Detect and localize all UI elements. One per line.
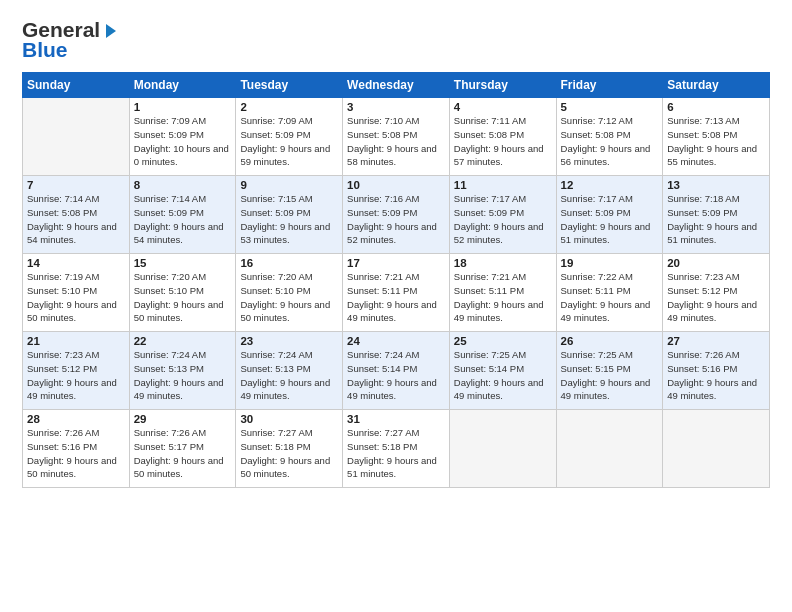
day-number: 31 (347, 413, 445, 425)
weekday-header-thursday: Thursday (449, 73, 556, 98)
day-number: 13 (667, 179, 765, 191)
day-number: 9 (240, 179, 338, 191)
day-info: Sunrise: 7:22 AMSunset: 5:11 PMDaylight:… (561, 270, 659, 325)
calendar-cell: 12Sunrise: 7:17 AMSunset: 5:09 PMDayligh… (556, 176, 663, 254)
calendar-cell: 2Sunrise: 7:09 AMSunset: 5:09 PMDaylight… (236, 98, 343, 176)
day-info: Sunrise: 7:23 AMSunset: 5:12 PMDaylight:… (667, 270, 765, 325)
day-number: 12 (561, 179, 659, 191)
weekday-header-friday: Friday (556, 73, 663, 98)
calendar-week-row: 1Sunrise: 7:09 AMSunset: 5:09 PMDaylight… (23, 98, 770, 176)
weekday-header-sunday: Sunday (23, 73, 130, 98)
day-number: 14 (27, 257, 125, 269)
day-info: Sunrise: 7:21 AMSunset: 5:11 PMDaylight:… (454, 270, 552, 325)
weekday-header-saturday: Saturday (663, 73, 770, 98)
calendar-cell: 4Sunrise: 7:11 AMSunset: 5:08 PMDaylight… (449, 98, 556, 176)
calendar-cell: 5Sunrise: 7:12 AMSunset: 5:08 PMDaylight… (556, 98, 663, 176)
day-number: 7 (27, 179, 125, 191)
calendar-cell: 28Sunrise: 7:26 AMSunset: 5:16 PMDayligh… (23, 410, 130, 488)
day-info: Sunrise: 7:17 AMSunset: 5:09 PMDaylight:… (454, 192, 552, 247)
calendar-cell: 15Sunrise: 7:20 AMSunset: 5:10 PMDayligh… (129, 254, 236, 332)
calendar-cell: 11Sunrise: 7:17 AMSunset: 5:09 PMDayligh… (449, 176, 556, 254)
day-number: 10 (347, 179, 445, 191)
weekday-header-wednesday: Wednesday (343, 73, 450, 98)
day-info: Sunrise: 7:09 AMSunset: 5:09 PMDaylight:… (134, 114, 232, 169)
calendar-cell: 24Sunrise: 7:24 AMSunset: 5:14 PMDayligh… (343, 332, 450, 410)
calendar-cell: 19Sunrise: 7:22 AMSunset: 5:11 PMDayligh… (556, 254, 663, 332)
calendar-cell: 7Sunrise: 7:14 AMSunset: 5:08 PMDaylight… (23, 176, 130, 254)
calendar-week-row: 14Sunrise: 7:19 AMSunset: 5:10 PMDayligh… (23, 254, 770, 332)
day-info: Sunrise: 7:24 AMSunset: 5:13 PMDaylight:… (134, 348, 232, 403)
day-number: 29 (134, 413, 232, 425)
calendar-cell: 13Sunrise: 7:18 AMSunset: 5:09 PMDayligh… (663, 176, 770, 254)
day-info: Sunrise: 7:25 AMSunset: 5:14 PMDaylight:… (454, 348, 552, 403)
logo-chevron-icon (102, 22, 120, 40)
day-info: Sunrise: 7:11 AMSunset: 5:08 PMDaylight:… (454, 114, 552, 169)
day-info: Sunrise: 7:16 AMSunset: 5:09 PMDaylight:… (347, 192, 445, 247)
calendar-table: SundayMondayTuesdayWednesdayThursdayFrid… (22, 72, 770, 488)
day-info: Sunrise: 7:25 AMSunset: 5:15 PMDaylight:… (561, 348, 659, 403)
page: General Blue SundayMondayTuesdayWednesda… (0, 0, 792, 612)
day-number: 8 (134, 179, 232, 191)
day-number: 25 (454, 335, 552, 347)
day-number: 17 (347, 257, 445, 269)
day-info: Sunrise: 7:26 AMSunset: 5:16 PMDaylight:… (27, 426, 125, 481)
day-number: 27 (667, 335, 765, 347)
day-number: 28 (27, 413, 125, 425)
day-number: 4 (454, 101, 552, 113)
day-info: Sunrise: 7:17 AMSunset: 5:09 PMDaylight:… (561, 192, 659, 247)
day-number: 18 (454, 257, 552, 269)
day-info: Sunrise: 7:13 AMSunset: 5:08 PMDaylight:… (667, 114, 765, 169)
day-number: 21 (27, 335, 125, 347)
calendar-cell (663, 410, 770, 488)
day-number: 11 (454, 179, 552, 191)
day-info: Sunrise: 7:27 AMSunset: 5:18 PMDaylight:… (347, 426, 445, 481)
calendar-cell (23, 98, 130, 176)
calendar-cell: 31Sunrise: 7:27 AMSunset: 5:18 PMDayligh… (343, 410, 450, 488)
weekday-header-row: SundayMondayTuesdayWednesdayThursdayFrid… (23, 73, 770, 98)
calendar-cell: 18Sunrise: 7:21 AMSunset: 5:11 PMDayligh… (449, 254, 556, 332)
calendar-cell: 17Sunrise: 7:21 AMSunset: 5:11 PMDayligh… (343, 254, 450, 332)
day-info: Sunrise: 7:24 AMSunset: 5:13 PMDaylight:… (240, 348, 338, 403)
day-info: Sunrise: 7:21 AMSunset: 5:11 PMDaylight:… (347, 270, 445, 325)
day-number: 3 (347, 101, 445, 113)
day-number: 2 (240, 101, 338, 113)
logo-blue: Blue (22, 38, 68, 62)
day-number: 1 (134, 101, 232, 113)
day-info: Sunrise: 7:23 AMSunset: 5:12 PMDaylight:… (27, 348, 125, 403)
calendar-cell: 1Sunrise: 7:09 AMSunset: 5:09 PMDaylight… (129, 98, 236, 176)
calendar-cell: 27Sunrise: 7:26 AMSunset: 5:16 PMDayligh… (663, 332, 770, 410)
day-number: 22 (134, 335, 232, 347)
day-info: Sunrise: 7:09 AMSunset: 5:09 PMDaylight:… (240, 114, 338, 169)
day-number: 5 (561, 101, 659, 113)
day-info: Sunrise: 7:26 AMSunset: 5:17 PMDaylight:… (134, 426, 232, 481)
calendar-cell: 30Sunrise: 7:27 AMSunset: 5:18 PMDayligh… (236, 410, 343, 488)
day-info: Sunrise: 7:14 AMSunset: 5:08 PMDaylight:… (27, 192, 125, 247)
calendar-cell (556, 410, 663, 488)
weekday-header-tuesday: Tuesday (236, 73, 343, 98)
day-info: Sunrise: 7:14 AMSunset: 5:09 PMDaylight:… (134, 192, 232, 247)
calendar-cell: 23Sunrise: 7:24 AMSunset: 5:13 PMDayligh… (236, 332, 343, 410)
calendar-week-row: 21Sunrise: 7:23 AMSunset: 5:12 PMDayligh… (23, 332, 770, 410)
day-number: 16 (240, 257, 338, 269)
calendar-cell: 29Sunrise: 7:26 AMSunset: 5:17 PMDayligh… (129, 410, 236, 488)
day-info: Sunrise: 7:27 AMSunset: 5:18 PMDaylight:… (240, 426, 338, 481)
calendar-cell: 14Sunrise: 7:19 AMSunset: 5:10 PMDayligh… (23, 254, 130, 332)
day-info: Sunrise: 7:15 AMSunset: 5:09 PMDaylight:… (240, 192, 338, 247)
day-number: 15 (134, 257, 232, 269)
day-number: 23 (240, 335, 338, 347)
day-number: 19 (561, 257, 659, 269)
calendar-week-row: 7Sunrise: 7:14 AMSunset: 5:08 PMDaylight… (23, 176, 770, 254)
calendar-cell: 26Sunrise: 7:25 AMSunset: 5:15 PMDayligh… (556, 332, 663, 410)
calendar-cell: 20Sunrise: 7:23 AMSunset: 5:12 PMDayligh… (663, 254, 770, 332)
svg-marker-0 (106, 24, 116, 38)
day-info: Sunrise: 7:24 AMSunset: 5:14 PMDaylight:… (347, 348, 445, 403)
calendar-cell: 6Sunrise: 7:13 AMSunset: 5:08 PMDaylight… (663, 98, 770, 176)
day-info: Sunrise: 7:12 AMSunset: 5:08 PMDaylight:… (561, 114, 659, 169)
calendar-cell: 16Sunrise: 7:20 AMSunset: 5:10 PMDayligh… (236, 254, 343, 332)
calendar-cell: 25Sunrise: 7:25 AMSunset: 5:14 PMDayligh… (449, 332, 556, 410)
day-info: Sunrise: 7:18 AMSunset: 5:09 PMDaylight:… (667, 192, 765, 247)
day-info: Sunrise: 7:26 AMSunset: 5:16 PMDaylight:… (667, 348, 765, 403)
logo: General Blue (22, 18, 120, 62)
day-number: 24 (347, 335, 445, 347)
day-number: 6 (667, 101, 765, 113)
